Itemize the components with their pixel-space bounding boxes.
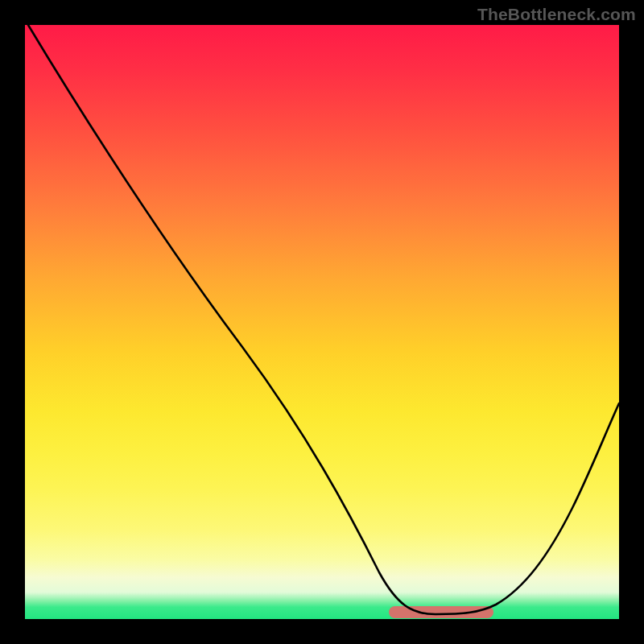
optimal-region-marker bbox=[389, 606, 493, 618]
plot-area bbox=[25, 25, 619, 619]
chart-frame: TheBottleneck.com bbox=[0, 0, 644, 644]
chart-svg bbox=[25, 25, 619, 619]
svg-rect-0 bbox=[389, 606, 493, 618]
bottleneck-curve bbox=[28, 25, 619, 614]
watermark-text: TheBottleneck.com bbox=[477, 5, 636, 24]
